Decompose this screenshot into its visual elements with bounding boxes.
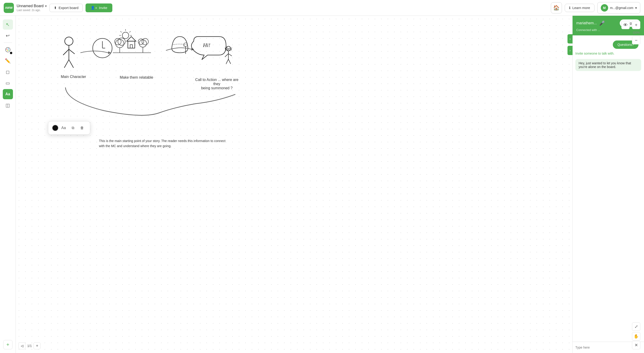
prev-page-icon: ◁	[21, 344, 23, 348]
fullscreen-icon: ⤢	[634, 324, 638, 329]
board-title-row: Unnamed Board ▾	[17, 4, 47, 8]
invite-message: Invite someone to talk with.	[575, 52, 641, 55]
color-tool[interactable]	[3, 45, 13, 55]
main-drawing: Hi! Hey	[30, 23, 307, 185]
eye-icon: 👁	[623, 23, 628, 28]
svg-point-15	[122, 32, 129, 39]
sticky-note-tool[interactable]: ◫	[3, 100, 13, 110]
board-dropdown-btn[interactable]: ▾	[45, 4, 47, 8]
svg-line-10	[69, 60, 74, 68]
svg-point-29	[138, 39, 144, 45]
left-toolbar: ↖ ↩ ✏️ ◻ ▭ Aa ◫	[0, 16, 16, 353]
copy-icon: ⧉	[72, 126, 74, 130]
text-format-toolbar: Aa ⧉ 🗑	[48, 121, 90, 135]
undo-tool[interactable]: ↩	[3, 31, 13, 41]
page-counter: ◁ 1/1 +	[18, 342, 40, 349]
avatar: M	[601, 4, 608, 12]
svg-point-4	[7, 50, 8, 51]
learn-more-button[interactable]: ℹ Learn more	[565, 4, 594, 12]
eraser-tool[interactable]: ◻	[3, 67, 13, 77]
fullscreen-button[interactable]: ⤢	[632, 322, 640, 331]
zoom-in-button[interactable]: +	[632, 21, 640, 29]
svg-line-41	[228, 59, 231, 64]
zoom-out-icon: −	[635, 38, 638, 43]
eraser-icon: ◻	[6, 69, 10, 75]
text-delete-button[interactable]: 🗑	[78, 124, 86, 132]
user-dropdown-icon: ▾	[635, 6, 637, 10]
text-tool-label: Aa	[5, 92, 10, 96]
select-icon: ↖	[6, 22, 10, 27]
body-text: This is the main starting point of your …	[99, 138, 226, 149]
svg-point-26	[118, 38, 125, 45]
delete-icon: 🗑	[80, 126, 84, 130]
svg-line-38	[225, 54, 228, 57]
add-page-icon: +	[36, 343, 38, 348]
microphone-icon: 🎤	[599, 20, 605, 26]
chevron-right-icon-2: ›	[570, 49, 571, 52]
info-icon: ℹ	[569, 6, 570, 10]
user-email: m...@gmail.com	[610, 6, 633, 10]
export-button[interactable]: ⬆ Export board	[50, 4, 83, 12]
svg-line-40	[226, 59, 228, 64]
palette-icon	[5, 47, 11, 53]
export-icon: ⬆	[54, 6, 57, 10]
invite-button[interactable]: 👤+ Invite	[86, 4, 112, 12]
chat-input[interactable]	[575, 345, 641, 350]
hand-tool-button[interactable]: ✋	[632, 332, 640, 340]
rectangle-tool[interactable]: ▭	[3, 78, 13, 88]
home-button[interactable]: 🏠	[551, 2, 562, 14]
chevron-right-icon: ›	[570, 37, 571, 41]
svg-line-7	[63, 49, 69, 55]
canvas-area[interactable]: Hi! Hey Main C	[16, 16, 644, 353]
panel-collapse-tab-1[interactable]: ›	[568, 34, 572, 44]
sticky-icon: ◫	[6, 103, 10, 108]
zoom-out-button[interactable]: −	[632, 36, 640, 45]
invite-icon: 👤+	[90, 6, 97, 10]
svg-line-8	[69, 49, 75, 54]
call-username: mariathem...	[576, 21, 597, 25]
svg-text:Hi!: Hi!	[203, 42, 210, 48]
board-info: Unnamed Board ▾ Last saved: 2s ago.	[17, 4, 47, 12]
font-label: Aa	[61, 126, 66, 130]
pen-icon: ✏️	[5, 58, 11, 64]
pen-tool[interactable]: ✏️	[3, 56, 13, 66]
call-controls: mariathem... 🎤	[576, 20, 605, 26]
header: AWW Unnamed Board ▾ Last saved: 2s ago. …	[0, 0, 644, 16]
connected-status: Connected with ...	[576, 28, 640, 32]
svg-point-24	[116, 39, 124, 48]
hand-icon: ✋	[634, 334, 639, 339]
svg-point-3	[8, 50, 9, 51]
export-label: Export board	[59, 6, 78, 10]
add-element-button[interactable]: +	[3, 340, 12, 349]
board-name: Unnamed Board	[17, 4, 44, 8]
svg-point-30	[142, 38, 148, 45]
logo: AWW	[4, 3, 14, 13]
eye-button[interactable]: 👁	[621, 21, 630, 29]
toolbar-divider	[4, 43, 12, 43]
zoom-in-icon: +	[635, 23, 638, 28]
text-color-picker[interactable]	[52, 125, 58, 131]
svg-point-2	[8, 48, 9, 49]
rect-icon: ▭	[6, 80, 10, 86]
text-copy-button[interactable]: ⧉	[69, 124, 77, 132]
undo-icon: ↩	[6, 33, 10, 38]
board-saved: Last saved: 2s ago.	[17, 9, 47, 12]
zoom-controls: + 100% −	[632, 21, 640, 45]
add-icon: +	[6, 342, 10, 348]
svg-point-1	[6, 49, 8, 50]
close-button[interactable]: ✕	[632, 341, 640, 349]
prev-page-button[interactable]: ◁	[18, 342, 26, 349]
select-tool[interactable]: ↖	[3, 20, 13, 30]
text-tool[interactable]: Aa	[3, 89, 13, 99]
svg-point-5	[65, 37, 73, 45]
svg-line-39	[228, 54, 232, 56]
panel-collapse-tab-2[interactable]: ›	[568, 46, 572, 55]
chat-bubble: Hey, just wanted to let you know that yo…	[575, 59, 641, 71]
svg-line-9	[64, 60, 69, 68]
text-font-button[interactable]: Aa	[60, 124, 68, 132]
drawing-content: Hi! Hey Main C	[16, 16, 644, 353]
svg-line-18	[120, 31, 122, 32]
user-menu-button[interactable]: M m...@gmail.com ▾	[597, 2, 640, 14]
add-page-button[interactable]: +	[34, 342, 40, 349]
close-icon: ✕	[634, 342, 638, 348]
